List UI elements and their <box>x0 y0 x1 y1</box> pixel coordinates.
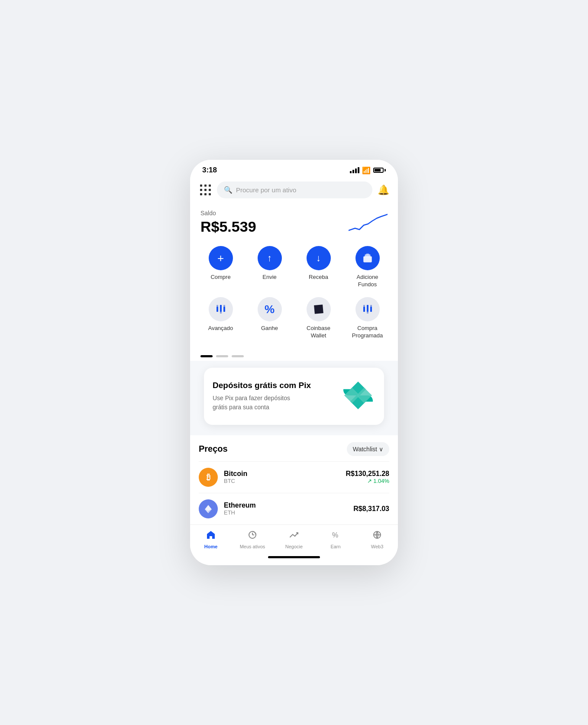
grid-icon[interactable] <box>199 184 212 197</box>
phone-frame: 3:18 📶 <box>190 160 398 565</box>
envie-label: Envie <box>262 274 277 281</box>
wallet-icon <box>307 297 331 321</box>
bitcoin-row[interactable]: ₿ Bitcoin BTC R$130,251.28 ↗ 1.04% <box>199 461 389 493</box>
search-box[interactable]: 🔍 Procure por um ativo <box>217 181 372 198</box>
svg-text:₿: ₿ <box>207 473 210 482</box>
status-bar: 3:18 📶 <box>190 160 398 178</box>
nav-negocie[interactable]: Negocie <box>281 530 307 549</box>
dot-active <box>200 355 213 357</box>
programada-label: CompraProgramada <box>352 325 383 340</box>
compre-label: Compre <box>210 274 230 281</box>
action-programada[interactable]: CompraProgramada <box>344 294 391 343</box>
nav-web3-label: Web3 <box>371 544 384 549</box>
promo-title: Depósitos grátis com Pix <box>213 381 311 390</box>
nav-web3[interactable]: Web3 <box>364 530 390 549</box>
ganhe-icon: % <box>258 297 282 321</box>
compre-icon: + <box>209 246 233 270</box>
svg-rect-2 <box>366 253 369 255</box>
notification-icon[interactable]: 🔔 <box>378 184 389 196</box>
ethereum-value: R$8,317.03 <box>353 505 389 513</box>
web3-icon <box>372 530 382 542</box>
svg-marker-9 <box>314 304 323 314</box>
balance-section: Saldo R$5.539 <box>190 204 398 243</box>
wallet-label: CoinbaseWallet <box>307 325 330 340</box>
nav-earn[interactable]: % Earn <box>323 530 349 549</box>
meus-ativos-icon <box>248 530 257 542</box>
svg-rect-10 <box>363 307 365 312</box>
bitcoin-info: Bitcoin BTC <box>224 470 346 484</box>
promo-text: Depósitos grátis com Pix Use Pix para fa… <box>213 381 311 412</box>
home-indicator <box>190 553 398 565</box>
bitcoin-change: ↗ 1.04% <box>346 478 389 484</box>
svg-rect-7 <box>223 307 225 312</box>
search-row: 🔍 Procure por um ativo 🔔 <box>190 178 398 204</box>
adicione-label: AdicioneFundos <box>357 274 378 288</box>
action-receba[interactable]: ↓ Receba <box>295 243 342 292</box>
promo-card[interactable]: Depósitos grátis com Pix Use Pix para fa… <box>204 368 384 425</box>
action-adicione[interactable]: AdicioneFundos <box>344 243 391 292</box>
pagination-dots <box>190 350 398 361</box>
svg-rect-14 <box>370 307 372 312</box>
status-time: 3:18 <box>202 166 217 175</box>
svg-rect-11 <box>363 305 365 307</box>
svg-text:%: % <box>332 531 338 539</box>
adicione-icon <box>355 246 380 270</box>
svg-rect-12 <box>367 305 368 312</box>
bitcoin-price: R$130,251.28 ↗ 1.04% <box>346 470 389 484</box>
receba-icon: ↓ <box>307 246 331 270</box>
pix-logo <box>341 378 375 414</box>
ethereum-symbol: ETH <box>224 509 353 516</box>
negocie-icon <box>289 530 299 542</box>
svg-rect-15 <box>370 305 372 307</box>
action-compre[interactable]: + Compre <box>197 243 244 292</box>
envie-icon: ↑ <box>258 246 282 270</box>
wifi-icon: 📶 <box>362 166 371 175</box>
search-icon: 🔍 <box>224 186 233 194</box>
prices-section: Preços Watchlist ∨ ₿ Bitcoin BTC R$130,2… <box>190 435 398 524</box>
ethereum-price: R$8,317.03 <box>353 505 389 513</box>
ethereum-row[interactable]: Ethereum ETH R$8,317.03 <box>199 493 389 524</box>
svg-rect-5 <box>220 305 222 312</box>
receba-label: Receba <box>309 274 328 281</box>
watchlist-button[interactable]: Watchlist ∨ <box>347 442 389 456</box>
nav-negocie-label: Negocie <box>285 544 303 549</box>
avancado-icon <box>209 297 233 321</box>
signal-icon <box>350 167 359 173</box>
programada-icon <box>355 297 380 321</box>
ethereum-name: Ethereum <box>224 502 353 509</box>
bitcoin-value: R$130,251.28 <box>346 470 389 478</box>
action-avancado[interactable]: Avançado <box>197 294 244 343</box>
home-bar <box>268 556 320 558</box>
prices-header: Preços Watchlist ∨ <box>199 435 389 461</box>
nav-home-label: Home <box>204 544 218 549</box>
search-input: Procure por um ativo <box>236 186 296 194</box>
ethereum-info: Ethereum ETH <box>224 502 353 516</box>
svg-rect-13 <box>367 312 368 314</box>
nav-home[interactable]: Home <box>198 530 224 549</box>
balance-label: Saldo <box>200 210 256 217</box>
svg-rect-4 <box>216 305 218 307</box>
action-ganhe[interactable]: % Ganhe <box>246 294 293 343</box>
nav-meus-ativos[interactable]: Meus ativos <box>239 530 265 549</box>
dot-2 <box>232 355 244 357</box>
action-wallet[interactable]: CoinbaseWallet <box>295 294 342 343</box>
eth-icon <box>199 499 218 518</box>
svg-rect-8 <box>223 305 225 307</box>
avancado-label: Avançado <box>208 325 233 332</box>
battery-icon <box>373 168 386 173</box>
dot-1 <box>216 355 228 357</box>
ganhe-label: Ganhe <box>261 325 278 332</box>
earn-icon: % <box>331 530 340 542</box>
nav-earn-label: Earn <box>330 544 340 549</box>
btc-icon: ₿ <box>199 468 218 487</box>
svg-rect-3 <box>216 307 218 312</box>
home-icon <box>206 530 216 542</box>
mini-chart <box>349 213 388 236</box>
promo-description: Use Pix para fazer depósitos grátis para… <box>213 394 299 412</box>
bitcoin-name: Bitcoin <box>224 470 346 478</box>
bitcoin-symbol: BTC <box>224 478 346 484</box>
svg-rect-6 <box>220 312 222 314</box>
status-icons: 📶 <box>350 166 386 175</box>
nav-meus-ativos-label: Meus ativos <box>240 544 265 549</box>
action-envie[interactable]: ↑ Envie <box>246 243 293 292</box>
